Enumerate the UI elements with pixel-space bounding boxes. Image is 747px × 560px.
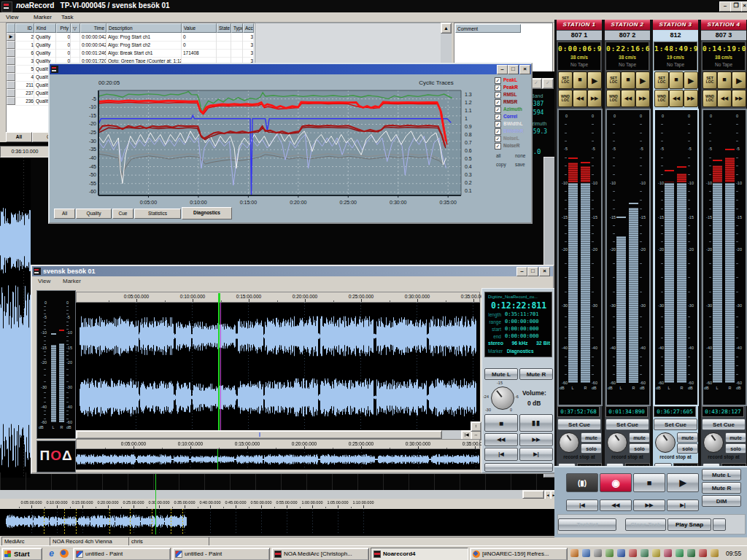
tasklist-button[interactable]: Tasklist	[558, 518, 616, 531]
record-button[interactable]: ◉	[600, 473, 632, 492]
wave-close-button[interactable]: ×	[539, 267, 550, 276]
legend-checkbox-icon[interactable]: ✓	[495, 92, 501, 98]
restore-button[interactable]: ❐	[730, 1, 742, 12]
station-wnd-loc-button[interactable]: WND LOC	[654, 90, 669, 107]
wave-h-scrollbar[interactable]	[76, 430, 461, 439]
row-selector[interactable]	[7, 49, 15, 57]
legend-checkbox-icon[interactable]: ✓	[495, 143, 501, 149]
legend-checkbox-icon[interactable]: ✓	[495, 77, 501, 84]
play-snap-button[interactable]: Play Snap	[667, 518, 711, 531]
monitor-button[interactable]: (▮)	[566, 473, 598, 492]
station-mute-button[interactable]: mute	[629, 432, 650, 443]
column-header-prty[interactable]: Prty	[56, 23, 71, 33]
tray-icon-7[interactable]	[640, 549, 649, 557]
cyclic-titlebar[interactable]: – □ ×	[50, 64, 531, 74]
legend-link-save[interactable]: save	[515, 162, 525, 167]
skip-start-button[interactable]: |◀	[566, 499, 598, 511]
station-stop-button[interactable]: ■	[717, 71, 732, 89]
close-task-button[interactable]: Close Task	[625, 518, 666, 531]
legend-checkbox-icon[interactable]: ✓	[495, 106, 501, 113]
minimize-button[interactable]: –	[719, 1, 731, 12]
chart-tab-diagnostics[interactable]: Diagnostics	[182, 207, 232, 219]
chart-tab-all[interactable]: All	[54, 209, 75, 219]
station-solo-button[interactable]: solo	[725, 443, 746, 454]
menu-item-task[interactable]: Task	[61, 14, 73, 20]
menu-item-marker[interactable]: Marker	[34, 14, 52, 20]
station-play-button[interactable]: ▶	[635, 71, 650, 89]
station-set-cue-button[interactable]: Set Cue	[605, 419, 649, 430]
wave-stop-button[interactable]: ■	[484, 414, 518, 432]
tray-icon-8[interactable]	[652, 549, 660, 557]
wave-mute-r-button[interactable]: Mute R	[519, 368, 553, 380]
row-selector[interactable]	[7, 65, 15, 73]
tray-icon-13[interactable]	[711, 549, 719, 557]
task-button-5[interactable]: [#NOAREC-159] Refres...	[470, 548, 568, 560]
tray-icon-10[interactable]	[676, 549, 684, 557]
wave-overview-ruler[interactable]: 0:05:00.0000:10:00.0000:15:00.0000:20:00…	[76, 439, 480, 449]
legend-link-copy[interactable]: copy	[496, 162, 506, 167]
station-set-loc-button[interactable]: SET LOC	[606, 71, 621, 89]
station-wnd-loc-button[interactable]: WND LOC	[558, 90, 573, 107]
row-selector[interactable]	[7, 73, 15, 81]
station-cue-knob[interactable]	[607, 432, 627, 453]
row-selector[interactable]	[7, 41, 15, 49]
selection-cursor[interactable]	[220, 303, 221, 430]
wave-menu-item-view[interactable]: View	[38, 278, 50, 284]
playhead-cursor[interactable]	[218, 293, 220, 430]
station-stop-button[interactable]: ■	[621, 71, 635, 89]
legend-link-none[interactable]: none	[515, 153, 525, 158]
wave-menu-item-marker[interactable]: Marker	[63, 278, 81, 284]
transport-mute-r-button[interactable]: Mute R	[702, 482, 741, 494]
tray-icon-1[interactable]	[570, 549, 578, 557]
task-button-4[interactable]: Noarecord4	[371, 548, 468, 560]
legend-link-all[interactable]: all	[496, 153, 501, 158]
skip-end-button[interactable]: ▶|	[667, 499, 699, 511]
station-cue-knob[interactable]	[559, 432, 579, 453]
column-header-time[interactable]: Time	[80, 23, 107, 33]
tray-icon-4[interactable]	[605, 549, 614, 557]
station-stop-button[interactable]: ■	[669, 71, 684, 89]
waveform-canvas[interactable]	[76, 303, 480, 430]
station-solo-button[interactable]: solo	[629, 443, 650, 454]
tray-icon-9[interactable]	[664, 549, 672, 557]
rewind-button[interactable]: ◀◀	[600, 499, 632, 511]
bg-scroll-thumb[interactable]	[522, 490, 544, 499]
cyclic-maximize-button[interactable]: □	[508, 65, 519, 74]
wave-pause-button[interactable]: ▮▮	[519, 414, 553, 432]
legend-checkbox-icon[interactable]: ✓	[495, 114, 501, 120]
station-play-button[interactable]: ▶	[587, 71, 602, 89]
station-rewind-button[interactable]: ◀◀	[669, 90, 684, 107]
station-mute-button[interactable]: mute	[725, 432, 746, 443]
start-button[interactable]: Start	[1, 548, 42, 560]
column-header-flt[interactable]: ▽	[71, 23, 80, 33]
row-selector[interactable]	[7, 97, 15, 105]
task-button-3[interactable]: NOA MediArc [Christoph...	[271, 548, 369, 560]
station-stop-button[interactable]: ■	[573, 71, 587, 89]
tray-icon-2[interactable]	[582, 549, 590, 557]
station-rewind-button[interactable]: ◀◀	[621, 90, 635, 107]
station-set-loc-button[interactable]: SET LOC	[558, 71, 573, 89]
station-play-button[interactable]: ▶	[732, 71, 746, 89]
column-header-acc[interactable]: Acc	[243, 23, 254, 33]
station-set-cue-button[interactable]: Set Cue	[654, 419, 697, 430]
station-solo-button[interactable]: solo	[581, 443, 602, 454]
transport-stop-button[interactable]: ■	[633, 473, 665, 492]
tray-icon-3[interactable]	[594, 549, 602, 557]
task-button-1[interactable]: untitled - Paint	[73, 548, 171, 560]
fast-forward-button[interactable]: ▶▶	[633, 499, 665, 511]
cyclic-minimize-button[interactable]: –	[497, 65, 508, 74]
overview-waveform-canvas[interactable]	[76, 449, 480, 470]
wave-maximize-button[interactable]: □	[527, 267, 538, 276]
volume-knob[interactable]	[491, 386, 514, 410]
station-wnd-loc-button[interactable]: WND LOC	[703, 90, 717, 107]
station-rewind-button[interactable]: ◀◀	[717, 90, 732, 107]
chart-tab-quality[interactable]: Quality	[76, 209, 112, 219]
legend-checkbox-icon[interactable]: ✓	[495, 128, 501, 135]
quicklaunch-ie-icon[interactable]: e	[47, 548, 56, 558]
station-play-button[interactable]: ▶	[684, 71, 698, 89]
station-cue-knob[interactable]	[703, 432, 724, 453]
legend-checkbox-icon[interactable]: ✓	[495, 99, 501, 106]
station-wnd-loc-button[interactable]: WND LOC	[606, 90, 621, 107]
station-set-loc-button[interactable]: SET LOC	[703, 71, 717, 89]
station-rewind-button[interactable]: ◀◀	[573, 90, 587, 107]
